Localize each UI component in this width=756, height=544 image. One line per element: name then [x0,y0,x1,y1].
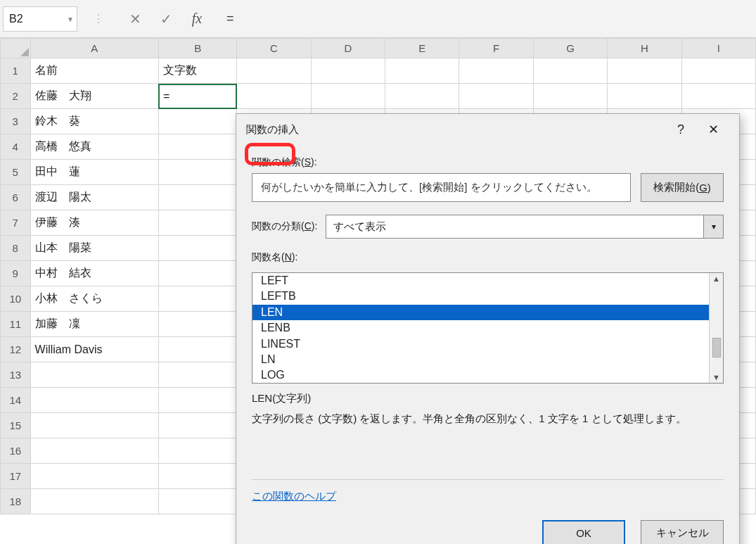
cell[interactable] [608,84,681,109]
function-help-link[interactable]: この関数のヘルプ [252,490,336,502]
cell[interactable] [158,464,236,489]
cell[interactable] [158,337,236,362]
cell[interactable] [237,84,311,109]
ok-button[interactable]: OK [542,520,625,544]
cell[interactable]: 高橋 悠真 [30,134,158,160]
col-header-G[interactable]: G [533,39,607,58]
col-header-H[interactable]: H [608,39,681,58]
cell[interactable] [158,185,236,210]
col-header-D[interactable]: D [311,39,385,58]
col-header-C[interactable]: C [237,39,311,58]
insert-function-icon[interactable]: fx [181,11,212,27]
row-header[interactable]: 13 [1,362,31,388]
close-icon[interactable]: ✕ [697,122,729,137]
cell[interactable] [158,261,236,286]
row-header[interactable]: 8 [1,236,31,261]
search-start-button[interactable]: 検索開始(G) [641,173,724,202]
cell[interactable] [158,160,236,185]
row-header[interactable]: 9 [1,261,31,286]
select-all-corner[interactable] [1,39,31,58]
function-list[interactable]: LEFTLEFTBLENLENBLINESTLNLOG ▲ ▼ [252,272,724,384]
cell[interactable] [158,413,236,438]
row-header[interactable]: 14 [1,388,31,413]
cell[interactable] [237,58,311,84]
cell[interactable] [158,388,236,413]
cell[interactable] [30,388,158,413]
function-list-item[interactable]: LEFTB [252,289,723,304]
row-header[interactable]: 18 [1,489,31,514]
function-list-item[interactable]: LINEST [252,336,723,352]
function-list-item[interactable]: LEFT [252,273,723,289]
help-icon[interactable]: ? [665,122,697,137]
row-header[interactable]: 5 [1,160,31,185]
cancel-formula-icon[interactable]: ✕ [120,11,150,27]
cell-A1[interactable]: 名前 [30,58,158,84]
row-header[interactable]: 11 [1,312,31,337]
row-header[interactable]: 4 [1,134,31,160]
row-header[interactable]: 16 [1,438,31,464]
cell[interactable] [158,210,236,236]
col-header-E[interactable]: E [385,39,459,58]
name-box[interactable]: B2 ▼ [3,6,77,32]
function-list-item[interactable]: LEN [252,305,723,320]
cancel-button[interactable]: キャンセル [641,520,724,544]
cell-B1[interactable]: 文字数 [158,58,236,84]
function-list-item[interactable]: LENB [252,320,723,336]
cell[interactable]: 伊藤 湊 [30,210,158,236]
scrollbar[interactable]: ▲ ▼ [709,273,723,383]
cell[interactable] [385,58,459,84]
cell[interactable]: 田中 蓮 [30,160,158,185]
cell[interactable]: William Davis [30,337,158,362]
row-header[interactable]: 7 [1,210,31,236]
row-header[interactable]: 2 [1,84,31,109]
enter-formula-icon[interactable]: ✓ [150,11,181,27]
col-header-F[interactable]: F [459,39,533,58]
row-header[interactable]: 15 [1,413,31,438]
cell[interactable] [158,312,236,337]
cell-A2[interactable]: 佐藤 大翔 [30,84,158,109]
cell[interactable] [385,84,459,109]
cell[interactable] [30,489,158,514]
cell[interactable]: 渡辺 陽太 [30,185,158,210]
row-header[interactable]: 17 [1,464,31,489]
cell[interactable] [158,362,236,388]
cell[interactable] [608,58,681,84]
cell[interactable] [30,464,158,489]
cell[interactable] [158,489,236,514]
cell[interactable] [158,134,236,160]
cell[interactable] [158,286,236,312]
cell[interactable]: 小林 さくら [30,286,158,312]
more-icon[interactable]: ⋮ [77,12,120,25]
cell[interactable] [311,84,385,109]
cell[interactable] [459,58,533,84]
cell[interactable] [30,438,158,464]
cell[interactable] [30,413,158,438]
cell[interactable] [311,58,385,84]
cell[interactable]: 山本 陽菜 [30,236,158,261]
dialog-titlebar[interactable]: 関数の挿入 ? ✕ [236,114,739,145]
row-header[interactable]: 10 [1,286,31,312]
row-header[interactable]: 1 [1,58,31,84]
cell[interactable]: 加藤 凜 [30,312,158,337]
cell[interactable] [681,84,755,109]
cell[interactable] [533,84,607,109]
cell[interactable] [533,58,607,84]
formula-input[interactable]: = [212,11,756,26]
function-list-item[interactable]: LOG [252,367,723,383]
cell-B2[interactable]: = [158,84,236,109]
category-select[interactable]: すべて表示 ▾ [326,215,724,239]
cell[interactable] [459,84,533,109]
row-header[interactable]: 12 [1,337,31,362]
search-input[interactable]: 何がしたいかを簡単に入力して、[検索開始] をクリックしてください。 [252,173,631,202]
row-header[interactable]: 6 [1,185,31,210]
scroll-up-icon[interactable]: ▲ [712,274,720,283]
cell[interactable] [158,109,236,134]
cell[interactable] [158,236,236,261]
scroll-down-icon[interactable]: ▼ [712,373,720,381]
cell[interactable] [158,438,236,464]
chevron-down-icon[interactable]: ▼ [67,15,74,23]
cell[interactable]: 中村 結衣 [30,261,158,286]
cell[interactable] [681,58,755,84]
scroll-thumb[interactable] [712,338,721,358]
col-header-A[interactable]: A [30,39,158,58]
